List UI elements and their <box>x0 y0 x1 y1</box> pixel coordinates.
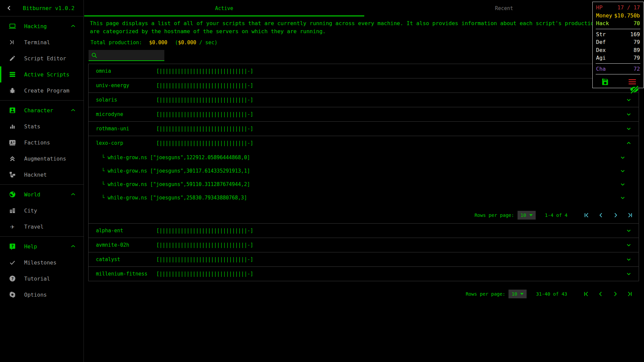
script-row[interactable]: └ while-grow.ns ["joesguns",122912.05896… <box>89 151 639 164</box>
sidebar-group-help: ? Help Milestones ? Tutorial <box>0 237 84 304</box>
search-input[interactable] <box>101 52 162 58</box>
expand-script-button[interactable] <box>620 181 626 188</box>
sidebar-group-label: Hacking <box>24 23 70 29</box>
scripts-tabs: Active Recent <box>84 0 644 16</box>
svg-text:?: ? <box>11 244 14 249</box>
tree-branch-glyph: └ <box>102 195 105 201</box>
rows-per-page-value: 10 <box>512 291 517 297</box>
stat-value: 72 <box>634 65 640 73</box>
sidebar-item-active-scripts[interactable]: Active Scripts <box>0 66 84 82</box>
character-stats-overlay: HP 17 / 17 Money $10.750b Hack 70 Str 16… <box>592 2 644 88</box>
expand-server-button[interactable] <box>626 111 632 118</box>
sidebar-item-tutorial[interactable]: ? Tutorial <box>0 270 84 287</box>
production-rate-value: $0.000 <box>178 40 196 46</box>
dex-stat-row: Dex 89 <box>593 46 643 54</box>
stat-value: 17 / 17 <box>618 4 640 12</box>
sidebar-item-create-program[interactable]: Create Program <box>0 82 84 99</box>
search-field[interactable] <box>89 50 164 61</box>
server-name: millenium-fitness <box>96 271 156 277</box>
paren-open: ( <box>175 40 178 46</box>
server-row-univ-energy[interactable]: univ-energy [|||||||||||||||||||||||||||… <box>89 78 639 93</box>
sidebar-item-script-editor[interactable]: Script Editor <box>0 50 84 66</box>
server-row-microdyne[interactable]: microdyne [|||||||||||||||||||||||||||||… <box>89 107 639 121</box>
sidebar-item-city[interactable]: City <box>0 202 84 219</box>
server-ram-bar: [|||||||||||||||||||||||||||||-] <box>156 68 253 74</box>
sidebar-group-character: Character Stats Factions <box>0 101 84 184</box>
previous-page-button[interactable] <box>597 211 605 219</box>
sidebar-item-factions[interactable]: Factions <box>0 134 84 150</box>
chevron-left-icon <box>598 212 604 219</box>
server-name: solaris <box>96 97 156 103</box>
gear-icon <box>8 291 16 299</box>
server-ram-bar: [|||||||||||||||||||||||||||||-] <box>156 111 253 117</box>
rows-per-page-select[interactable]: 10 <box>518 211 536 220</box>
scripts-pagination: Rows per page: 10 1-4 of 4 <box>89 207 639 223</box>
sidebar-header-help[interactable]: ? Help <box>0 238 84 254</box>
next-page-button[interactable] <box>611 211 620 219</box>
expand-script-button[interactable] <box>620 195 626 201</box>
script-row[interactable]: └ while-grow.ns ["joesguns",59110.311287… <box>89 178 639 191</box>
previous-page-button[interactable] <box>597 290 605 298</box>
sidebar-item-travel[interactable]: ✈ Travel <box>0 219 84 235</box>
expand-server-button[interactable] <box>626 271 632 277</box>
expand-script-button[interactable] <box>620 168 626 174</box>
tab-active[interactable]: Active <box>84 0 364 16</box>
checkmark-icon <box>8 258 16 266</box>
app-title: Bitburner v1.0.2 <box>23 5 74 11</box>
sidebar-item-terminal[interactable]: Terminal <box>0 34 84 50</box>
bug-icon <box>8 86 16 95</box>
overlay-divider <box>596 74 640 74</box>
server-row-solaris[interactable]: solaris [|||||||||||||||||||||||||||||-] <box>89 93 639 107</box>
last-page-button[interactable] <box>626 211 634 219</box>
server-row-omnia[interactable]: omnia [|||||||||||||||||||||||||||||-] <box>89 64 639 78</box>
server-name: avmnite-02h <box>96 242 156 248</box>
script-args: ["joesguns",59110.311287674944,2] <box>150 181 250 187</box>
sidebar-item-label: Tutorial <box>24 276 84 282</box>
script-row[interactable]: └ while-grow.ns ["joesguns",30117.614335… <box>89 164 639 178</box>
next-page-button[interactable] <box>611 290 619 298</box>
page-range-label: 1-4 of 4 <box>545 213 568 218</box>
stat-label: Dex <box>596 46 606 54</box>
expand-script-button[interactable] <box>620 155 626 161</box>
collapse-sidebar-button[interactable] <box>5 4 13 12</box>
sidebar-header-hacking[interactable]: Hacking <box>0 18 84 34</box>
rows-per-page-select[interactable]: 10 <box>508 290 527 298</box>
chevron-right-icon <box>612 291 619 297</box>
server-row-catalyst[interactable]: catalyst [|||||||||||||||||||||||||||||-… <box>89 252 639 266</box>
server-row-rothman-uni[interactable]: rothman-uni [|||||||||||||||||||||||||||… <box>89 122 639 136</box>
server-row-millenium-fitness[interactable]: millenium-fitness [|||||||||||||||||||||… <box>89 267 639 281</box>
sidebar-item-milestones[interactable]: Milestones <box>0 254 84 270</box>
sidebar-header-character[interactable]: Character <box>0 102 84 118</box>
server-row-avmnite-02h[interactable]: avmnite-02h [|||||||||||||||||||||||||||… <box>89 238 639 252</box>
sidebar-item-stats[interactable]: Stats <box>0 118 84 134</box>
expand-server-button[interactable] <box>626 228 632 234</box>
server-row-alpha-ent[interactable]: alpha-ent [|||||||||||||||||||||||||||||… <box>89 224 639 238</box>
sidebar-item-hacknet[interactable]: Hacknet <box>0 167 84 183</box>
save-game-button[interactable] <box>601 77 609 86</box>
first-page-button[interactable] <box>583 211 591 219</box>
total-production-value: $0.000 <box>149 40 167 46</box>
chevron-down-icon <box>620 195 626 201</box>
server-name: univ-energy <box>96 82 156 88</box>
expand-server-button[interactable] <box>626 242 632 248</box>
server-row-lexo-corp[interactable]: lexo-corp [|||||||||||||||||||||||||||||… <box>89 136 639 150</box>
server-accordion-expanded: lexo-corp [|||||||||||||||||||||||||||||… <box>88 136 639 224</box>
tree-branch-glyph: └ <box>102 181 105 187</box>
script-args: ["joesguns",122912.05896444868,0] <box>150 155 250 161</box>
page-description: This page displays a list of all of your… <box>90 19 644 36</box>
expand-server-button[interactable] <box>626 97 632 103</box>
server-accordion: avmnite-02h [|||||||||||||||||||||||||||… <box>88 238 639 252</box>
sidebar-item-augmentations[interactable]: Augmentations <box>0 150 84 167</box>
sidebar-item-label: Stats <box>24 123 84 130</box>
expand-server-button[interactable] <box>626 256 632 263</box>
expand-server-button[interactable] <box>626 126 632 132</box>
script-row[interactable]: └ while-grow.ns ["joesguns",25830.793438… <box>89 191 639 204</box>
sidebar-item-label: Options <box>24 292 84 298</box>
collapse-server-button[interactable] <box>626 140 632 146</box>
last-page-button[interactable] <box>626 290 634 298</box>
server-ram-bar: [|||||||||||||||||||||||||||||-] <box>156 256 253 262</box>
first-page-button[interactable] <box>582 290 590 298</box>
toggle-overlay-visibility-button[interactable] <box>629 84 639 95</box>
sidebar-item-options[interactable]: Options <box>0 287 84 303</box>
sidebar-header-world[interactable]: World <box>0 186 84 202</box>
